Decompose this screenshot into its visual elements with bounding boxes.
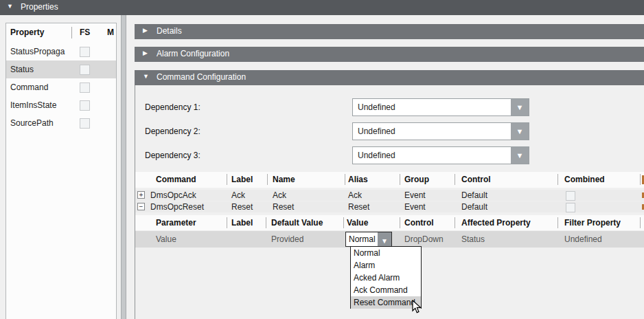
column-divider[interactable] bbox=[71, 27, 72, 38]
col-affected-property: Affected Property bbox=[461, 218, 531, 228]
panel-splitter[interactable] bbox=[121, 15, 126, 319]
dropdown-option-reset-command[interactable]: Reset Command bbox=[351, 296, 421, 309]
dropdown-arrow-button[interactable]: ▼ bbox=[511, 99, 529, 116]
cell-name: Reset bbox=[273, 201, 294, 212]
property-row-statuspropagation[interactable]: StatusPropaga bbox=[6, 43, 116, 60]
chevron-down-icon: ▼ bbox=[516, 103, 524, 111]
col-command: Command bbox=[156, 175, 196, 184]
col-default-value: Default Value bbox=[271, 218, 323, 228]
column-header-property: Property bbox=[10, 28, 44, 37]
column-header-fs: FS bbox=[80, 28, 90, 37]
property-row-command[interactable]: Command bbox=[6, 78, 116, 96]
dropdown-arrow-button[interactable]: ▼ bbox=[511, 123, 529, 140]
cell-control: Default bbox=[461, 201, 487, 212]
parameter-row-value[interactable]: Value Provided Normal ▼ DropDown Status … bbox=[135, 231, 644, 248]
property-grid-panel: Property FS M StatusPropaga Status Comma… bbox=[5, 23, 117, 319]
cell-command: DmsOpcReset bbox=[150, 201, 204, 212]
dropdown-arrow-button[interactable]: ▼ bbox=[511, 147, 529, 164]
dropdown-option-acked-alarm[interactable]: Acked Alarm bbox=[351, 272, 421, 284]
collapse-minus-icon[interactable]: − bbox=[137, 203, 145, 210]
column-divider[interactable] bbox=[640, 174, 641, 185]
cell-alias: Reset bbox=[348, 201, 369, 212]
chevron-right-icon: ▶ bbox=[143, 50, 148, 56]
cell-control: Default bbox=[461, 190, 487, 201]
fs-checkbox[interactable] bbox=[80, 118, 90, 129]
column-divider[interactable] bbox=[640, 217, 641, 228]
expand-plus-icon[interactable]: + bbox=[137, 191, 145, 199]
cell-filter-property: Undefined bbox=[564, 231, 602, 248]
command-row-dmsopcreset[interactable]: − DmsOpcReset Reset Reset Reset Event De… bbox=[135, 201, 644, 212]
section-header-command-configuration[interactable]: ▼ Command Configuration bbox=[135, 70, 644, 85]
property-row-status[interactable]: Status bbox=[6, 60, 116, 78]
chevron-down-icon: ▼ bbox=[516, 151, 524, 160]
column-divider[interactable] bbox=[267, 174, 268, 185]
column-header-m: M bbox=[107, 28, 114, 37]
command-configuration-panel: Dependency 1: Undefined ▼ Dependency 2: … bbox=[135, 85, 644, 319]
section-header-details[interactable]: ▶ Details bbox=[135, 24, 644, 39]
property-name: Status bbox=[10, 60, 78, 78]
dependency-3-label: Dependency 3: bbox=[145, 146, 200, 164]
chevron-down-icon: ▼ bbox=[381, 237, 388, 245]
dropdown-option-ack-command[interactable]: Ack Command bbox=[351, 284, 421, 296]
combined-checkbox[interactable] bbox=[566, 203, 575, 212]
dropdown-option-normal[interactable]: Normal bbox=[351, 247, 421, 259]
collapse-triangle-icon[interactable]: ▼ bbox=[7, 3, 13, 10]
cell-default-value: Provided bbox=[271, 231, 303, 248]
column-divider[interactable] bbox=[227, 174, 227, 185]
combined-checkbox[interactable] bbox=[566, 191, 575, 201]
cell-parameter: Value bbox=[156, 231, 176, 248]
cell-command: DmsOpcAck bbox=[150, 190, 196, 201]
cell-label: Reset bbox=[231, 201, 253, 212]
property-name: StatusPropaga bbox=[10, 43, 78, 60]
value-dropdown-popup: Normal Alarm Acked Alarm Ack Command Res… bbox=[350, 246, 422, 309]
col-label: Label bbox=[231, 218, 253, 228]
dependency-1-label: Dependency 1: bbox=[145, 98, 200, 116]
column-divider[interactable] bbox=[455, 174, 455, 185]
dropdown-value: Undefined bbox=[358, 147, 395, 164]
fs-checkbox[interactable] bbox=[80, 65, 90, 75]
dependency-2-dropdown[interactable]: Undefined ▼ bbox=[352, 122, 529, 140]
column-divider[interactable] bbox=[557, 174, 558, 185]
dropdown-option-alarm[interactable]: Alarm bbox=[351, 259, 421, 272]
mouse-cursor-icon bbox=[412, 300, 422, 314]
dependency-1-dropdown[interactable]: Undefined ▼ bbox=[352, 98, 529, 116]
property-row-iteminsstate[interactable]: ItemInsState bbox=[6, 96, 116, 114]
col-control: Control bbox=[461, 175, 491, 184]
column-divider[interactable] bbox=[227, 217, 227, 228]
column-divider[interactable] bbox=[343, 217, 344, 228]
property-row-sourcepath[interactable]: SourcePath bbox=[6, 114, 116, 132]
properties-title-bar[interactable]: ▼ Properties bbox=[0, 0, 644, 15]
col-alias: Alias bbox=[348, 175, 368, 184]
property-name: ItemInsState bbox=[10, 96, 78, 114]
col-parameter: Parameter bbox=[156, 218, 196, 228]
column-divider[interactable] bbox=[400, 217, 400, 228]
chevron-down-icon: ▼ bbox=[143, 73, 149, 80]
command-table-header: Command Label Name Alias Group Control C… bbox=[135, 172, 644, 188]
dropdown-value: Undefined bbox=[358, 123, 395, 140]
dependency-3-dropdown[interactable]: Undefined ▼ bbox=[352, 146, 529, 164]
properties-window: ▼ Properties Property FS M StatusPropaga… bbox=[0, 0, 644, 319]
cell-alias: Ack bbox=[348, 190, 362, 201]
fs-checkbox[interactable] bbox=[80, 47, 90, 57]
property-name: Command bbox=[10, 78, 78, 96]
fs-checkbox[interactable] bbox=[80, 82, 90, 93]
col-value: Value bbox=[347, 218, 368, 228]
command-row-dmsopcack[interactable]: + DmsOpcAck Ack Ack Ack Event Default bbox=[135, 190, 644, 201]
column-divider[interactable] bbox=[266, 217, 266, 228]
column-divider[interactable] bbox=[345, 174, 345, 185]
fs-checkbox[interactable] bbox=[80, 100, 90, 111]
section-label: Details bbox=[157, 26, 182, 36]
value-dropdown[interactable]: Normal ▼ bbox=[345, 232, 392, 247]
column-divider[interactable] bbox=[455, 217, 455, 228]
parameter-table-header: Parameter Label Default Value Value Cont… bbox=[135, 215, 644, 230]
page-title: Properties bbox=[21, 2, 58, 12]
cell-control: DropDown bbox=[404, 231, 444, 248]
col-label: Label bbox=[231, 175, 253, 184]
cell-label: Ack bbox=[231, 190, 245, 201]
column-divider[interactable] bbox=[557, 217, 558, 228]
section-header-alarm-configuration[interactable]: ▶ Alarm Configuration bbox=[135, 47, 644, 62]
col-group: Group bbox=[404, 175, 429, 184]
section-label: Alarm Configuration bbox=[157, 49, 229, 58]
dropdown-arrow-button[interactable]: ▼ bbox=[378, 232, 391, 246]
column-divider[interactable] bbox=[400, 174, 400, 185]
